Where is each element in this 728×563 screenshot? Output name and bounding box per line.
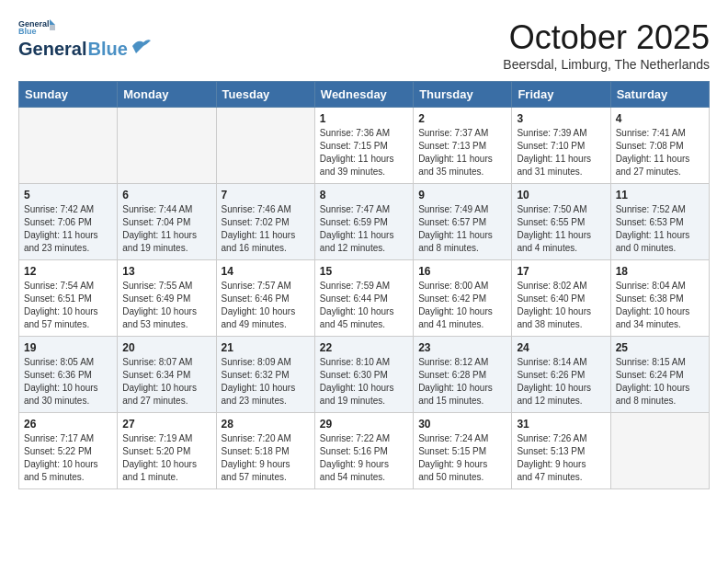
calendar-cell: 22Sunrise: 8:10 AM Sunset: 6:30 PM Dayli…	[314, 337, 413, 413]
day-number: 22	[320, 341, 408, 354]
calendar-cell: 17Sunrise: 8:02 AM Sunset: 6:40 PM Dayli…	[512, 260, 610, 337]
calendar-cell: 18Sunrise: 8:04 AM Sunset: 6:38 PM Dayli…	[610, 260, 709, 337]
day-info: Sunrise: 8:09 AM Sunset: 6:32 PM Dayligh…	[222, 356, 310, 408]
calendar-cell: 20Sunrise: 8:07 AM Sunset: 6:34 PM Dayli…	[118, 337, 216, 413]
page: General Blue General Blue October 2025 B…	[0, 0, 728, 508]
day-info: Sunrise: 7:19 AM Sunset: 5:20 PM Dayligh…	[122, 432, 210, 484]
header: General Blue General Blue October 2025 B…	[18, 18, 710, 72]
day-number: 31	[517, 418, 605, 431]
day-number: 18	[616, 265, 704, 278]
calendar-cell: 12Sunrise: 7:54 AM Sunset: 6:51 PM Dayli…	[19, 260, 118, 337]
month-title: October 2025	[503, 18, 710, 57]
day-number: 3	[517, 112, 605, 125]
calendar-cell: 5Sunrise: 7:42 AM Sunset: 7:06 PM Daylig…	[19, 184, 118, 260]
logo-general: General	[18, 39, 86, 60]
day-number: 10	[517, 189, 605, 201]
calendar-cell	[118, 108, 216, 184]
calendar-cell: 16Sunrise: 8:00 AM Sunset: 6:42 PM Dayli…	[414, 260, 512, 337]
day-info: Sunrise: 7:46 AM Sunset: 7:02 PM Dayligh…	[222, 203, 310, 255]
calendar-cell: 10Sunrise: 7:50 AM Sunset: 6:55 PM Dayli…	[512, 184, 610, 260]
calendar-cell: 3Sunrise: 7:39 AM Sunset: 7:10 PM Daylig…	[512, 108, 610, 184]
day-info: Sunrise: 7:17 AM Sunset: 5:22 PM Dayligh…	[24, 432, 112, 484]
day-info: Sunrise: 7:55 AM Sunset: 6:49 PM Dayligh…	[122, 280, 210, 331]
day-number: 17	[517, 265, 605, 278]
calendar-cell: 6Sunrise: 7:44 AM Sunset: 7:04 PM Daylig…	[118, 184, 216, 260]
day-info: Sunrise: 7:42 AM Sunset: 7:06 PM Dayligh…	[24, 203, 112, 255]
day-info: Sunrise: 7:39 AM Sunset: 7:10 PM Dayligh…	[517, 127, 605, 178]
day-number: 2	[418, 112, 506, 125]
logo-blue: Blue	[87, 39, 127, 60]
day-number: 21	[222, 341, 310, 354]
day-number: 5	[24, 189, 112, 201]
day-number: 23	[418, 341, 506, 354]
day-number: 25	[616, 341, 704, 354]
day-info: Sunrise: 8:10 AM Sunset: 6:30 PM Dayligh…	[320, 356, 408, 408]
weekday-header-thursday: Thursday	[414, 82, 512, 108]
day-number: 8	[320, 189, 408, 201]
calendar-cell: 15Sunrise: 7:59 AM Sunset: 6:44 PM Dayli…	[314, 260, 413, 337]
day-number: 7	[222, 189, 310, 201]
day-info: Sunrise: 7:24 AM Sunset: 5:15 PM Dayligh…	[418, 432, 506, 484]
day-info: Sunrise: 7:50 AM Sunset: 6:55 PM Dayligh…	[517, 203, 605, 255]
calendar-cell: 1Sunrise: 7:36 AM Sunset: 7:15 PM Daylig…	[314, 108, 413, 184]
day-info: Sunrise: 8:02 AM Sunset: 6:40 PM Dayligh…	[517, 280, 605, 331]
calendar-cell: 7Sunrise: 7:46 AM Sunset: 7:02 PM Daylig…	[216, 184, 314, 260]
logo-svg: General Blue	[18, 18, 55, 35]
logo: General Blue General Blue	[18, 18, 151, 60]
calendar-cell: 13Sunrise: 7:55 AM Sunset: 6:49 PM Dayli…	[118, 260, 216, 337]
svg-marker-2	[50, 19, 55, 25]
calendar-cell	[19, 108, 118, 184]
day-info: Sunrise: 7:57 AM Sunset: 6:46 PM Dayligh…	[222, 280, 310, 331]
day-number: 29	[320, 418, 408, 431]
day-info: Sunrise: 8:15 AM Sunset: 6:24 PM Dayligh…	[616, 356, 704, 408]
calendar-cell: 21Sunrise: 8:09 AM Sunset: 6:32 PM Dayli…	[216, 337, 314, 413]
day-info: Sunrise: 8:05 AM Sunset: 6:36 PM Dayligh…	[24, 356, 112, 408]
weekday-header-row: SundayMondayTuesdayWednesdayThursdayFrid…	[19, 82, 710, 108]
day-number: 6	[122, 189, 210, 201]
day-info: Sunrise: 8:04 AM Sunset: 6:38 PM Dayligh…	[616, 280, 704, 331]
day-number: 11	[616, 189, 704, 201]
calendar-cell: 2Sunrise: 7:37 AM Sunset: 7:13 PM Daylig…	[414, 108, 512, 184]
weekday-header-friday: Friday	[512, 82, 610, 108]
calendar-cell: 29Sunrise: 7:22 AM Sunset: 5:16 PM Dayli…	[314, 413, 413, 489]
day-info: Sunrise: 8:07 AM Sunset: 6:34 PM Dayligh…	[122, 356, 210, 408]
day-number: 26	[24, 418, 112, 431]
weekday-header-sunday: Sunday	[19, 82, 118, 108]
location-subtitle: Beersdal, Limburg, The Netherlands	[503, 57, 710, 72]
week-row-4: 19Sunrise: 8:05 AM Sunset: 6:36 PM Dayli…	[19, 337, 710, 413]
day-info: Sunrise: 7:37 AM Sunset: 7:13 PM Dayligh…	[418, 127, 506, 178]
day-number: 14	[222, 265, 310, 278]
day-number: 15	[320, 265, 408, 278]
title-block: October 2025 Beersdal, Limburg, The Neth…	[503, 18, 710, 72]
day-number: 12	[24, 265, 112, 278]
day-info: Sunrise: 7:41 AM Sunset: 7:08 PM Dayligh…	[616, 127, 704, 178]
day-number: 19	[24, 341, 112, 354]
calendar-cell: 26Sunrise: 7:17 AM Sunset: 5:22 PM Dayli…	[19, 413, 118, 489]
calendar-cell: 31Sunrise: 7:26 AM Sunset: 5:13 PM Dayli…	[512, 413, 610, 489]
day-number: 13	[122, 265, 210, 278]
weekday-header-saturday: Saturday	[610, 82, 709, 108]
calendar-cell: 9Sunrise: 7:49 AM Sunset: 6:57 PM Daylig…	[414, 184, 512, 260]
day-info: Sunrise: 8:12 AM Sunset: 6:28 PM Dayligh…	[418, 356, 506, 408]
day-number: 30	[418, 418, 506, 431]
calendar-body: 1Sunrise: 7:36 AM Sunset: 7:15 PM Daylig…	[19, 108, 710, 489]
day-info: Sunrise: 7:26 AM Sunset: 5:13 PM Dayligh…	[517, 432, 605, 484]
day-info: Sunrise: 7:49 AM Sunset: 6:57 PM Dayligh…	[418, 203, 506, 255]
calendar-cell: 30Sunrise: 7:24 AM Sunset: 5:15 PM Dayli…	[414, 413, 512, 489]
calendar-cell	[610, 413, 709, 489]
calendar-cell	[216, 108, 314, 184]
calendar-cell: 25Sunrise: 8:15 AM Sunset: 6:24 PM Dayli…	[610, 337, 709, 413]
day-info: Sunrise: 8:00 AM Sunset: 6:42 PM Dayligh…	[418, 280, 506, 331]
day-info: Sunrise: 7:44 AM Sunset: 7:04 PM Dayligh…	[122, 203, 210, 255]
day-number: 16	[418, 265, 506, 278]
day-info: Sunrise: 7:20 AM Sunset: 5:18 PM Dayligh…	[222, 432, 310, 484]
calendar-cell: 8Sunrise: 7:47 AM Sunset: 6:59 PM Daylig…	[314, 184, 413, 260]
calendar-cell: 24Sunrise: 8:14 AM Sunset: 6:26 PM Dayli…	[512, 337, 610, 413]
calendar-cell: 27Sunrise: 7:19 AM Sunset: 5:20 PM Dayli…	[118, 413, 216, 489]
day-info: Sunrise: 7:47 AM Sunset: 6:59 PM Dayligh…	[320, 203, 408, 255]
week-row-3: 12Sunrise: 7:54 AM Sunset: 6:51 PM Dayli…	[19, 260, 710, 337]
day-info: Sunrise: 7:59 AM Sunset: 6:44 PM Dayligh…	[320, 280, 408, 331]
day-info: Sunrise: 7:36 AM Sunset: 7:15 PM Dayligh…	[320, 127, 408, 178]
calendar-cell: 19Sunrise: 8:05 AM Sunset: 6:36 PM Dayli…	[19, 337, 118, 413]
week-row-2: 5Sunrise: 7:42 AM Sunset: 7:06 PM Daylig…	[19, 184, 710, 260]
